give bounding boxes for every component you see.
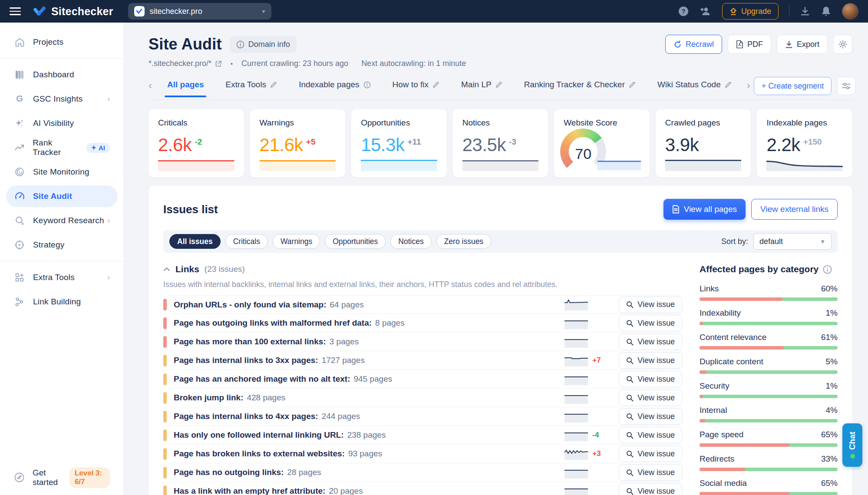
category-progress-bar xyxy=(700,395,838,398)
sparkline-chart xyxy=(158,158,234,171)
tabs-scroll-left-icon[interactable]: ‹ xyxy=(149,79,156,97)
issue-row: Page has broken links to external websit… xyxy=(163,445,682,463)
domain-selector[interactable]: sitechecker.pro ▾ xyxy=(128,3,271,20)
tab-ranking-tracker-checker[interactable]: Ranking Tracker & Checker xyxy=(524,80,636,96)
view-issue-button[interactable]: View issue xyxy=(619,297,682,313)
filter-chip-zero-issues[interactable]: Zero issues xyxy=(436,234,491,249)
issue-row: Orphan URLs - only found via sitemap: 64… xyxy=(163,295,682,314)
view-issue-button[interactable]: View issue xyxy=(619,315,682,331)
view-issue-button[interactable]: View issue xyxy=(619,464,682,481)
card-criticals[interactable]: Criticals 2.6k -2 xyxy=(149,109,244,177)
domain-info-button[interactable]: Domain info xyxy=(230,36,297,53)
severity-bar xyxy=(163,299,167,310)
category-progress-bar xyxy=(700,322,838,325)
issues-list-title: Issues list xyxy=(163,203,218,216)
tab-wiki-status-code[interactable]: Wiki Status Code xyxy=(657,80,732,96)
tab-main-lp[interactable]: Main LP xyxy=(461,80,502,96)
filter-chip-opportunities[interactable]: Opportunities xyxy=(325,234,386,249)
level-badge: Level 3: 6/7 xyxy=(69,467,110,488)
compass-icon xyxy=(14,472,25,483)
brand-logo[interactable]: Sitechecker xyxy=(32,5,113,18)
card-indexable-pages[interactable]: Indexable pages 2.2k +150 xyxy=(757,109,852,177)
pdf-button[interactable]: PDF xyxy=(728,35,771,54)
sidebar-item-site-monitoring[interactable]: Site Monitoring xyxy=(6,161,118,183)
main-content: Site Audit Domain info Recrawl PDF xyxy=(124,23,868,495)
create-segment-button[interactable]: + Create segment xyxy=(754,77,832,95)
chat-button[interactable]: Chat xyxy=(842,423,862,467)
download-icon[interactable] xyxy=(800,6,810,16)
notifications-bell-icon[interactable] xyxy=(821,6,832,17)
severity-bar xyxy=(163,429,167,441)
issue-row: Page has more than 100 external links: 3… xyxy=(163,333,682,351)
view-issue-button[interactable]: View issue xyxy=(619,352,682,369)
filter-chip-criticals[interactable]: Criticals xyxy=(225,234,268,249)
tab-all-pages[interactable]: All pages xyxy=(167,80,204,96)
magnifier-icon xyxy=(626,376,634,383)
magnifier-icon xyxy=(626,450,634,458)
sidebar-item-strategy[interactable]: Strategy xyxy=(6,234,118,256)
card-crawled-pages[interactable]: Crawled pages 3.9k xyxy=(656,109,751,177)
view-issue-button[interactable]: View issue xyxy=(619,446,682,462)
view-issue-button[interactable]: View issue xyxy=(619,483,682,495)
sidebar-item-link-building[interactable]: Link Building xyxy=(6,291,118,313)
card-opportunities[interactable]: Opportunities 15.3k +11 xyxy=(351,109,447,177)
sidebar-item-ai-visibility[interactable]: AI Visibility xyxy=(6,112,118,134)
sidebar-item-site-audit[interactable]: Site Audit xyxy=(6,185,118,207)
filter-chip-all-issues[interactable]: All issues xyxy=(169,234,221,249)
divider xyxy=(0,261,124,261)
view-all-pages-button[interactable]: View all pages xyxy=(663,199,746,220)
monitor-icon xyxy=(14,166,25,178)
tab-extra-tools[interactable]: Extra Tools xyxy=(225,80,277,96)
menu-icon[interactable] xyxy=(10,7,21,15)
sidebar-item-gsc-insights[interactable]: G GSC Insights › xyxy=(6,88,118,110)
links-section-description: Issues with internal backlinks, internal… xyxy=(163,280,682,289)
recrawl-button[interactable]: Recrawl xyxy=(665,35,722,54)
info-icon[interactable] xyxy=(823,265,832,274)
user-avatar[interactable] xyxy=(842,3,858,20)
upgrade-icon xyxy=(729,7,737,16)
divider xyxy=(789,6,789,17)
card-notices[interactable]: Notices 23.5k -3 xyxy=(453,109,548,177)
sidebar-item-keyword-research[interactable]: Keyword Research › xyxy=(6,210,118,231)
sidebar-item-rank-tracker[interactable]: Rank Tracker AI xyxy=(6,137,118,158)
sidebar-item-get-started[interactable]: Get started Level 3: 6/7 xyxy=(0,467,124,488)
filter-chip-warnings[interactable]: Warnings xyxy=(273,234,320,249)
pdf-file-icon xyxy=(736,40,743,49)
card-website-score[interactable]: Website Score 70 xyxy=(554,109,650,177)
filter-chip-notices[interactable]: Notices xyxy=(390,234,431,249)
tabs-scroll-right-icon[interactable]: › xyxy=(743,79,754,97)
export-button[interactable]: Export xyxy=(777,35,828,54)
view-issue-button[interactable]: View issue xyxy=(619,389,682,406)
magnifier-icon xyxy=(626,432,634,439)
help-icon[interactable]: ? xyxy=(678,6,689,17)
upgrade-button[interactable]: Upgrade xyxy=(722,3,779,20)
sidebar-item-extra-tools[interactable]: Extra Tools › xyxy=(6,267,118,288)
view-issue-button[interactable]: View issue xyxy=(619,371,682,387)
view-issue-button[interactable]: View issue xyxy=(619,427,682,443)
links-section-toggle[interactable]: Links (23 issues) xyxy=(163,264,682,274)
segment-settings-button[interactable] xyxy=(837,77,855,95)
tab-indexable-pages[interactable]: Indexable pages xyxy=(299,80,370,96)
view-issue-button[interactable]: View issue xyxy=(619,408,682,425)
severity-bar xyxy=(163,467,167,478)
audited-url[interactable]: *.sitechecker.pro/* xyxy=(149,59,222,68)
category-row-security: Security 1% xyxy=(700,381,838,398)
svg-text:G: G xyxy=(16,94,23,103)
sort-select[interactable]: default ▼ xyxy=(753,233,832,250)
sort-by-label: Sort by: xyxy=(721,237,748,246)
invite-user-icon[interactable] xyxy=(700,6,712,16)
view-external-links-button[interactable]: View external links xyxy=(751,199,838,220)
tab-how-to-fix[interactable]: How to fix xyxy=(393,80,439,96)
affected-pages-title: Affected pages by category xyxy=(700,264,818,274)
settings-gear-button[interactable] xyxy=(833,35,852,54)
sidebar-item-dashboard[interactable]: Dashboard xyxy=(6,64,118,86)
view-issue-button[interactable]: View issue xyxy=(619,333,682,350)
chat-label: Chat xyxy=(848,432,857,450)
issue-sparkline xyxy=(564,467,588,478)
sidebar: Projects Dashboard G GSC Insights › AI V… xyxy=(0,23,124,495)
affected-pages-panel: Affected pages by category Links 60% Ind… xyxy=(700,264,838,495)
sidebar-item-projects[interactable]: Projects xyxy=(6,31,118,53)
edit-pencil-icon xyxy=(432,81,439,88)
links-section-title: Links xyxy=(175,264,199,274)
card-warnings[interactable]: Warnings 21.6k +5 xyxy=(250,109,346,177)
